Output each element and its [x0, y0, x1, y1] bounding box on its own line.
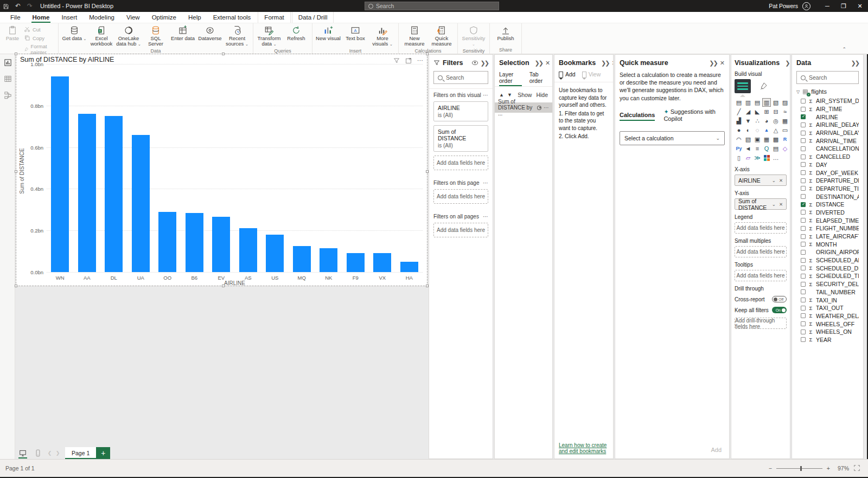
field-checkbox[interactable] — [801, 266, 806, 270]
close-pane-icon[interactable]: ✕ — [612, 60, 614, 66]
scatter-chart-icon[interactable]: ∴ — [753, 117, 762, 125]
home-tab[interactable]: Home — [27, 12, 56, 23]
field-checkbox[interactable] — [801, 234, 806, 239]
section-more-options-icon[interactable]: ⋯ — [483, 214, 488, 219]
calculations-tab[interactable]: Calculations — [620, 112, 655, 121]
drill-through-dropzone[interactable]: Add drill-through fields here — [735, 318, 787, 329]
bar[interactable] — [105, 116, 123, 272]
bar-chart-visual[interactable]: ⋯ Sum of DISTANCE by AIRLINE Sum of DIST… — [16, 54, 427, 286]
chevron-down-icon[interactable]: ⌄ — [772, 178, 776, 183]
r-script-visual-icon[interactable]: R — [781, 135, 789, 144]
onelake-data-hub-button[interactable]: OneLake data hub ⌄ — [115, 24, 142, 48]
taxi-out-field[interactable]: TAXI_OUT — [801, 304, 859, 312]
resize-handle[interactable] — [15, 53, 17, 55]
y-axis-field-pill[interactable]: Sum of DISTANCE ⌄ ✕ — [735, 198, 787, 210]
global-search-input[interactable] — [376, 3, 484, 9]
visual-filter-icon[interactable] — [393, 57, 400, 64]
origin-airport-field[interactable]: ORIGIN_AIRPORT — [801, 248, 859, 256]
weather-delay-field[interactable]: WEATHER_DELAY — [801, 312, 859, 320]
smart-narrative-icon[interactable]: ▤ — [771, 144, 780, 153]
keep-all-filters-toggle[interactable]: On — [772, 307, 787, 313]
help-tab[interactable]: Help — [182, 12, 207, 23]
100-stacked-bar-chart-icon[interactable]: ▧ — [771, 98, 780, 107]
field-checkbox[interactable] — [801, 154, 806, 159]
resize-handle[interactable] — [222, 285, 225, 287]
calculation-select[interactable]: Select a calculation ⌄ — [620, 131, 725, 145]
publish-button[interactable]: Publish ⌄ — [492, 24, 519, 42]
selection-layer-item[interactable]: Sum of DISTANCE by ... ⋯ — [495, 102, 552, 113]
area-chart-icon[interactable]: ◢ — [744, 107, 752, 116]
file-tab[interactable]: File — [4, 12, 27, 23]
air-time-field[interactable]: AIR_TIME — [801, 105, 859, 113]
destination-ai-field[interactable]: DESTINATION_AI... — [801, 192, 859, 201]
departure-time-field[interactable]: DEPARTURE_TIME — [801, 185, 859, 193]
item-more-options-icon[interactable]: ⋯ — [544, 105, 549, 111]
map-icon[interactable]: ● — [735, 126, 743, 134]
resize-handle[interactable] — [222, 53, 225, 55]
view-tab[interactable]: View — [120, 12, 146, 23]
cancellation-field[interactable]: CANCELLATION_... — [801, 145, 859, 153]
field-checkbox[interactable] — [801, 298, 806, 302]
hide-all-button[interactable]: Hide — [536, 92, 548, 98]
metrics-icon[interactable]: ◇ — [781, 144, 789, 153]
collapse-pane-icon[interactable]: ❯❯ — [601, 60, 609, 66]
clustered-bar-chart-icon[interactable]: ▤ — [753, 98, 762, 107]
copilot-suggestions-tab[interactable]: ✦Suggestions with Copilot — [663, 108, 725, 125]
month-field[interactable]: MONTH — [801, 240, 859, 248]
move-down-icon[interactable]: ▼ — [507, 92, 512, 98]
resize-handle[interactable] — [15, 170, 17, 173]
treemap-icon[interactable]: ▦ — [781, 117, 789, 125]
eye-icon[interactable] — [472, 60, 478, 66]
redo-icon[interactable]: ↷ — [24, 2, 36, 10]
section-more-options-icon[interactable]: ⋯ — [483, 180, 488, 186]
global-search-box[interactable] — [365, 2, 499, 10]
tail-number-field[interactable]: TAIL_NUMBER — [801, 288, 859, 296]
chevron-down-icon[interactable]: ⌄ — [772, 202, 776, 207]
taxi-in-field[interactable]: TAXI_IN — [801, 296, 859, 304]
security-delay-field[interactable]: SECURITY_DELAY — [801, 280, 859, 288]
new-page-button[interactable]: + — [96, 447, 110, 459]
100-stacked-column-chart-icon[interactable]: ▨ — [781, 98, 789, 107]
collapse-pane-icon[interactable]: ❯❯ — [481, 60, 488, 66]
section-more-options-icon[interactable]: ⋯ — [483, 92, 488, 98]
fit-to-page-icon[interactable] — [853, 464, 860, 473]
add-bookmark-button[interactable]: Add — [559, 71, 576, 77]
bar[interactable] — [400, 262, 418, 272]
field-checkbox[interactable] — [801, 306, 806, 311]
field-checkbox[interactable] — [801, 313, 806, 318]
zoom-out-icon[interactable]: − — [769, 465, 772, 471]
bar[interactable] — [212, 217, 230, 272]
donut-chart-icon[interactable]: ◎ — [771, 117, 780, 125]
field-checkbox[interactable] — [801, 282, 806, 287]
scheduled-de-field[interactable]: SCHEDULED_DE... — [801, 264, 859, 272]
view-bookmarks-button[interactable]: View — [582, 71, 601, 77]
more-gallery-options-icon[interactable]: … — [771, 153, 780, 162]
collapse-pane-icon[interactable]: ❯❯ — [851, 60, 859, 66]
waterfall-chart-icon[interactable]: ▟ — [735, 117, 743, 125]
x-axis-field-pill[interactable]: AIRLINE ⌄ ✕ — [735, 175, 787, 186]
slicer-icon[interactable]: ▣ — [753, 135, 762, 144]
field-checkbox[interactable] — [801, 337, 806, 342]
optimize-tab[interactable]: Optimize — [146, 12, 182, 23]
bar[interactable] — [347, 253, 365, 272]
airline-field[interactable]: AIRLINE — [801, 113, 859, 121]
wheels-off-field[interactable]: WHEELS_OFF — [801, 320, 859, 328]
report-canvas[interactable]: ⋯ Sum of DISTANCE by AIRLINE Sum of DIST… — [15, 54, 429, 459]
scheduled-ar-field[interactable]: SCHEDULED_AR... — [801, 256, 859, 264]
qa-visual-icon[interactable]: Q — [762, 144, 771, 153]
remove-field-icon[interactable]: ✕ — [779, 202, 783, 207]
collapse-ribbon-icon[interactable]: ⌃ — [842, 47, 846, 52]
power-automate-icon[interactable]: ≫ — [753, 153, 762, 162]
power-apps-icon[interactable]: ▱ — [744, 153, 752, 162]
data-search-input[interactable] — [809, 74, 854, 81]
zoom-in-icon[interactable]: + — [827, 465, 830, 471]
get-more-visuals-icon[interactable] — [762, 153, 771, 162]
bookmarks-learn-link[interactable]: Learn how to create and edit bookmarks — [559, 442, 613, 454]
flight-number-field[interactable]: FLIGHT_NUMBER — [801, 224, 859, 232]
visual-more-options-icon[interactable]: ⋯ — [417, 57, 424, 64]
text-box-button[interactable]: Text box ⌄ — [342, 24, 369, 42]
field-checkbox[interactable] — [801, 274, 806, 279]
gauge-icon[interactable]: ◠ — [735, 135, 743, 144]
zoom-slider[interactable] — [776, 468, 822, 469]
distance-field[interactable]: DISTANCE — [801, 201, 859, 209]
